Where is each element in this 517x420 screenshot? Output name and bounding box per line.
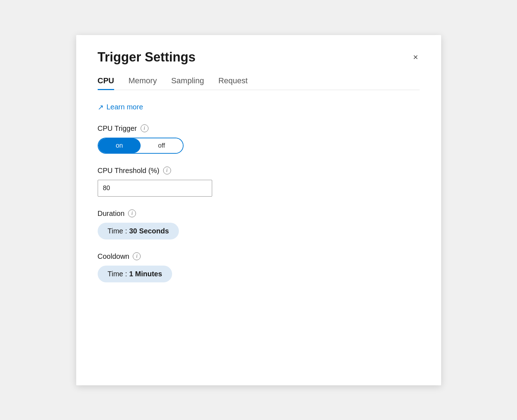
- cpu-trigger-section: CPU Trigger i on off: [98, 124, 420, 154]
- tab-request[interactable]: Request: [218, 76, 248, 90]
- cpu-trigger-label-row: CPU Trigger i: [98, 124, 420, 133]
- learn-more-label: Learn more: [107, 103, 143, 111]
- close-button[interactable]: ×: [411, 51, 419, 63]
- duration-value: 30 Seconds: [129, 227, 169, 235]
- duration-badge[interactable]: Time : 30 Seconds: [98, 223, 179, 239]
- cpu-trigger-info-icon[interactable]: i: [141, 124, 148, 132]
- duration-prefix: Time :: [108, 227, 129, 235]
- cpu-trigger-toggle[interactable]: on off: [98, 138, 184, 154]
- cpu-threshold-input[interactable]: [98, 180, 212, 197]
- duration-label-row: Duration i: [98, 209, 420, 218]
- duration-section: Duration i Time : 30 Seconds: [98, 209, 420, 239]
- trigger-settings-dialog: Trigger Settings × CPU Memory Sampling R…: [76, 35, 441, 385]
- cpu-threshold-section: CPU Threshold (%) i: [98, 167, 420, 197]
- tabs-container: CPU Memory Sampling Request: [98, 76, 420, 90]
- cooldown-badge[interactable]: Time : 1 Minutes: [98, 266, 172, 282]
- tab-memory[interactable]: Memory: [128, 76, 157, 90]
- cooldown-value: 1 Minutes: [129, 270, 162, 278]
- duration-info-icon[interactable]: i: [128, 209, 136, 217]
- dialog-header: Trigger Settings ×: [98, 49, 420, 65]
- cooldown-section: Cooldown i Time : 1 Minutes: [98, 252, 420, 282]
- cooldown-prefix: Time :: [108, 270, 129, 278]
- tab-sampling[interactable]: Sampling: [171, 76, 204, 90]
- cpu-trigger-label: CPU Trigger: [98, 124, 137, 133]
- duration-label: Duration: [98, 209, 125, 218]
- cooldown-info-icon[interactable]: i: [133, 252, 141, 260]
- external-link-icon: ↗: [98, 103, 104, 112]
- cpu-threshold-label-row: CPU Threshold (%) i: [98, 167, 420, 175]
- cpu-threshold-info-icon[interactable]: i: [163, 167, 171, 174]
- toggle-on-button[interactable]: on: [98, 138, 141, 153]
- cooldown-label: Cooldown: [98, 252, 130, 261]
- tab-cpu[interactable]: CPU: [98, 76, 114, 90]
- cooldown-label-row: Cooldown i: [98, 252, 420, 261]
- toggle-off-button[interactable]: off: [141, 138, 183, 153]
- dialog-title: Trigger Settings: [98, 49, 196, 65]
- cpu-threshold-label: CPU Threshold (%): [98, 167, 160, 175]
- learn-more-link[interactable]: ↗ Learn more: [98, 103, 143, 112]
